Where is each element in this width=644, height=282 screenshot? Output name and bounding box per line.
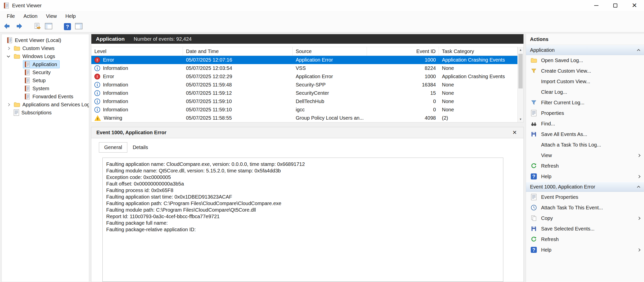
cell-event-id: 0 — [367, 99, 439, 104]
event-general-text[interactable]: Faulting application name: CloudCompare.… — [102, 158, 503, 282]
actions-section-application[interactable]: Application — [526, 45, 644, 55]
chevron-down-icon[interactable] — [7, 55, 10, 58]
tree-item-applications-services-logs[interactable]: Applications and Services Log — [2, 101, 89, 109]
column-header-source[interactable]: Source — [293, 47, 367, 56]
tree-label: Windows Logs — [22, 54, 55, 59]
event-detail-header: Event 1000, Application Error — [91, 127, 523, 138]
action-import-custom-view[interactable]: Import Custom View... — [526, 76, 644, 87]
action-filter-current-log[interactable]: Filter Current Log... — [526, 97, 644, 108]
collapse-icon[interactable] — [637, 185, 640, 188]
tab-details[interactable]: Details — [127, 142, 153, 153]
cell-level: Information — [91, 99, 183, 104]
action-help-event[interactable]: Help — [526, 245, 644, 255]
tree-item-root[interactable]: Event Viewer (Local) — [2, 36, 89, 44]
column-header-level[interactable]: Level — [91, 47, 183, 56]
event-viewer-icon — [7, 37, 13, 43]
minimize-button[interactable] — [587, 0, 606, 11]
event-row-2[interactable]: Error 05/07/2025 12:02:29 Application Er… — [91, 72, 517, 81]
action-attach-task-to-log[interactable]: Attach a Task To this Log... — [526, 139, 644, 150]
menu-action[interactable]: Action — [19, 12, 42, 21]
maximize-button[interactable] — [606, 0, 625, 11]
action-open-saved-log[interactable]: Open Saved Log... — [526, 55, 644, 66]
splitter-horizontal[interactable] — [91, 122, 524, 127]
forward-icon[interactable] — [15, 23, 23, 31]
event-row-7[interactable]: Warning 05/07/2025 11:58:55 Group Policy… — [91, 114, 517, 122]
action-save-all-events-as[interactable]: Save All Events As... — [526, 129, 644, 139]
column-header-datetime[interactable]: Date and Time — [183, 47, 293, 56]
action-label: Open Saved Log... — [541, 58, 583, 63]
cell-datetime: 05/07/2025 12:03:54 — [183, 65, 293, 71]
tree-item-windows-logs[interactable]: Windows Logs — [2, 52, 89, 60]
show-action-pane-icon[interactable] — [75, 23, 83, 31]
action-create-custom-view[interactable]: Create Custom View... — [526, 66, 644, 76]
tree-item-security[interactable]: Security — [2, 68, 89, 76]
event-viewer-window: Event Viewer File Action View Help Event… — [0, 0, 644, 282]
cell-datetime: 05/07/2025 11:59:10 — [183, 99, 293, 104]
event-detail-line: Faulting module name: Qt5Core.dll, versi… — [106, 167, 500, 174]
menu-file[interactable]: File — [3, 12, 19, 21]
column-header-task-category[interactable]: Task Category — [439, 47, 517, 56]
tree-label: Event Viewer (Local) — [15, 37, 61, 43]
tree-item-subscriptions[interactable]: Subscriptions — [2, 109, 89, 117]
event-detail-line: Report Id: 110c0793-0a3c-4cef-bbcc-ffbca… — [106, 213, 500, 220]
action-refresh[interactable]: Refresh — [526, 161, 644, 171]
action-refresh-event[interactable]: Refresh — [526, 234, 644, 245]
action-clear-log[interactable]: Clear Log... — [526, 87, 644, 97]
action-view[interactable]: View — [526, 150, 644, 161]
cell-datetime: 05/07/2025 11:59:10 — [183, 107, 293, 113]
tree-item-setup[interactable]: Setup — [2, 76, 89, 84]
action-label: Save All Events As... — [541, 131, 587, 137]
tree-item-application[interactable]: Application — [2, 60, 89, 68]
tree-label: Application — [32, 62, 57, 67]
event-row-4[interactable]: Information 05/07/2025 11:59:12 Security… — [91, 89, 517, 97]
scroll-up-icon[interactable] — [518, 47, 523, 53]
action-help[interactable]: Help — [526, 171, 644, 182]
export-list-icon[interactable] — [34, 23, 41, 31]
cell-task-category: None — [439, 107, 517, 113]
chevron-right-icon[interactable] — [7, 47, 10, 50]
tree-item-forwarded-events[interactable]: Forwarded Events — [2, 92, 89, 101]
tree-item-system[interactable]: System — [2, 84, 89, 92]
event-row-1[interactable]: Information 05/07/2025 12:03:54 VSS 8224… — [91, 64, 517, 72]
action-save-selected-events[interactable]: Save Selected Events... — [526, 223, 644, 234]
tree-item-custom-views[interactable]: Custom Views — [2, 44, 89, 52]
action-copy[interactable]: Copy — [526, 213, 644, 223]
cell-event-id: 1000 — [367, 74, 439, 79]
menu-help[interactable]: Help — [61, 12, 80, 21]
scroll-down-icon[interactable] — [518, 116, 523, 122]
splitter-vertical[interactable] — [89, 34, 91, 282]
action-properties[interactable]: Properties — [526, 108, 644, 118]
event-list-scrollbar[interactable] — [517, 47, 523, 122]
help-icon[interactable] — [64, 23, 71, 30]
event-row-0[interactable]: Error 05/07/2025 12:07:16 Application Er… — [91, 56, 517, 64]
action-find[interactable]: Find... — [526, 118, 644, 129]
back-icon[interactable] — [4, 23, 11, 31]
column-header-event-id[interactable]: Event ID — [367, 47, 439, 56]
event-row-3[interactable]: Information 05/07/2025 11:59:48 Security… — [91, 81, 517, 89]
close-button[interactable] — [625, 0, 644, 11]
task-clock-icon — [530, 205, 538, 211]
action-label: Find... — [541, 121, 555, 127]
event-detail-line: Faulting process id: 0x0x65F8 — [106, 187, 500, 194]
close-detail-button[interactable] — [511, 129, 518, 136]
menu-view[interactable]: View — [42, 12, 61, 21]
scrollbar-thumb[interactable] — [518, 54, 523, 88]
create-filter-icon — [530, 68, 538, 74]
folder-icon — [14, 54, 20, 59]
chevron-right-icon[interactable] — [7, 103, 10, 106]
show-console-tree-icon[interactable] — [45, 23, 52, 31]
cell-task-category: None — [439, 99, 517, 104]
event-row-5[interactable]: Information 05/07/2025 11:59:10 DellTech… — [91, 97, 517, 106]
scrollbar-track[interactable] — [518, 53, 523, 116]
action-event-properties[interactable]: Event Properties — [526, 192, 644, 202]
collapse-icon[interactable] — [637, 49, 640, 52]
event-detail-line: Faulting package-relative application ID… — [106, 226, 500, 233]
event-row-6[interactable]: Information 05/07/2025 11:59:10 igcc 0 N… — [91, 106, 517, 114]
log-icon — [24, 77, 30, 84]
properties-icon — [530, 110, 538, 116]
action-attach-task-to-event[interactable]: Attach Task To This Event... — [526, 202, 644, 213]
actions-section-event[interactable]: Event 1000, Application Error — [526, 182, 644, 192]
tab-general[interactable]: General — [99, 142, 127, 153]
tree-label: Applications and Services Log — [22, 102, 89, 108]
event-list-panel: Application Number of events: 92,424 Lev… — [91, 34, 524, 122]
